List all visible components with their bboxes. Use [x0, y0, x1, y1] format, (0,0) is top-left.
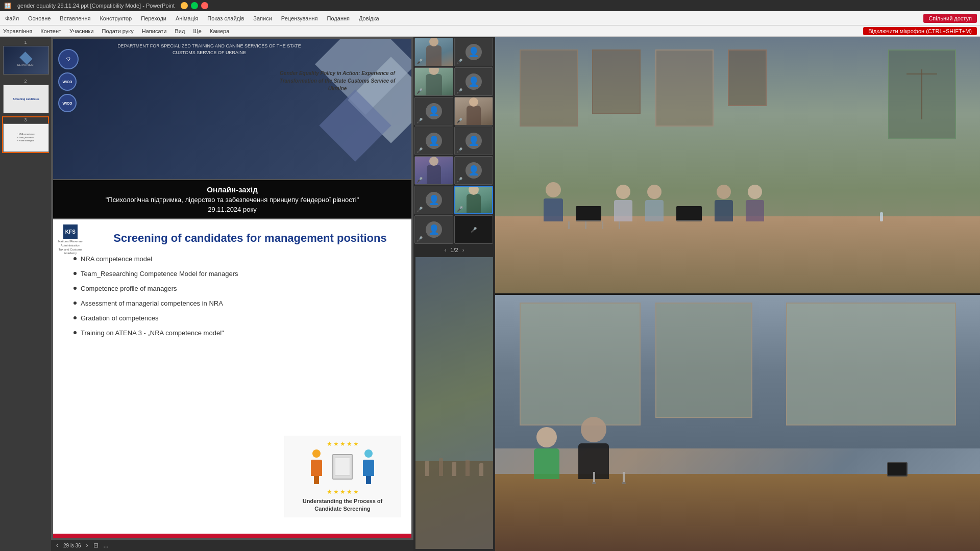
bullet-dot-3: [74, 287, 77, 290]
laptop-2: [676, 206, 702, 221]
menu-file[interactable]: Файл: [3, 14, 21, 22]
menu-view[interactable]: Подання: [325, 14, 352, 22]
maximize-button[interactable]: [191, 2, 198, 9]
participant-thumb-12-active[interactable]: 🎤: [454, 186, 493, 214]
avatar-7: 👤: [426, 133, 442, 149]
slide-thumb-3[interactable]: 3 • NRA competence• Team_Research• Profi…: [2, 116, 49, 153]
scene-bottom: [495, 295, 980, 552]
participant-thumb-7[interactable]: 👤 🎤: [414, 127, 453, 155]
menu-transitions[interactable]: Переходи: [139, 14, 168, 22]
avatar-2: 👤: [465, 44, 482, 60]
thumb-num-2: 2: [3, 79, 48, 84]
wall-frame-2: [592, 49, 641, 114]
customs-dept-title: DEPARTMENT FOR SPECIALIZED TRAINING AND …: [114, 43, 304, 56]
person-blue: [363, 449, 374, 484]
participant-thumb-3[interactable]: 🎤: [414, 67, 453, 96]
participant-row-7: 👤 🎤 🎤: [414, 215, 494, 244]
slide-main-content: 🛡 WICO WICO DEPARTMENT FOR SPECIALIZED T…: [51, 37, 413, 551]
participant-row-6: 👤 🎤 🎤: [414, 186, 494, 214]
next-slide-btn[interactable]: ›: [86, 542, 88, 549]
window-title: gender equality 29.11.24.ppt [Compatibil…: [17, 3, 175, 9]
menu-slideshow[interactable]: Показ слайдів: [205, 14, 246, 22]
participant-thumb-14[interactable]: 🎤: [454, 215, 493, 244]
participant-thumb-8[interactable]: 👤 🎤: [454, 127, 493, 155]
room-photo-bottom: [495, 295, 980, 552]
fit-btn[interactable]: ⊡: [93, 542, 99, 549]
meeting-ribbon: Управління Контент Учасники Подати руку …: [0, 26, 980, 37]
mic-icon-7: 🎤: [416, 147, 423, 153]
close-button[interactable]: [201, 2, 208, 9]
menu-record[interactable]: Записи: [251, 14, 274, 22]
bullet-5: Gradation of competences: [74, 314, 401, 322]
next-page-btn[interactable]: ›: [462, 247, 464, 253]
bullet-dot-6: [74, 331, 77, 334]
person-at-table-2: [614, 185, 632, 221]
participant-thumb-2[interactable]: 👤 🎤: [454, 38, 493, 66]
prev-page-btn[interactable]: ‹: [445, 247, 447, 253]
menu-design[interactable]: Конструктор: [97, 14, 134, 22]
participant-thumb-11[interactable]: 👤 🎤: [414, 186, 453, 214]
bullet-4: Assessment of managerial competences in …: [74, 299, 401, 307]
menu-osnov[interactable]: Основне: [26, 14, 53, 22]
slide-page-indicator: 29 із 36: [63, 543, 81, 548]
wall-frame-4: [728, 49, 767, 106]
mic-icon-10: 🎤: [456, 177, 462, 183]
event-type: Онлайн-захід: [61, 185, 403, 194]
ribbon-item-write[interactable]: Написати: [142, 28, 167, 34]
avatar-10: 👤: [465, 162, 482, 179]
participant-thumb-9[interactable]: 🎤: [414, 156, 453, 185]
system-title-bar: 🪟 gender equality 29.11.24.ppt [Compatib…: [0, 0, 980, 11]
slide-thumb-1[interactable]: 1 DEPARTMENT: [2, 39, 49, 76]
speaker-woman: [534, 427, 559, 479]
prev-slide-btn[interactable]: ‹: [56, 542, 58, 549]
participant-thumb-13[interactable]: 👤 🎤: [414, 215, 453, 244]
room-thumbnail-small[interactable]: [415, 257, 493, 549]
ribbon-item-view[interactable]: Вид: [175, 28, 185, 34]
map-frame-1: [520, 303, 641, 425]
bullet-dot-2: [74, 272, 77, 275]
participant-thumb-1[interactable]: 🎤: [414, 38, 453, 66]
avatar-13: 👤: [426, 221, 442, 238]
menu-help[interactable]: Довідка: [357, 14, 381, 22]
mic-muted-icon-1: 🎤: [416, 59, 423, 64]
slide-thumb-2[interactable]: 2 Screening candidates: [2, 78, 49, 114]
more-options-btn[interactable]: ...: [104, 542, 109, 549]
person-at-table-1: [544, 182, 563, 221]
mute-button[interactable]: Відключити мікрофон (CTRL+SHIFT+M): [863, 27, 977, 35]
water-bottle: [880, 212, 883, 221]
ribbon-item-mgmt[interactable]: Управління: [3, 28, 32, 34]
table-bottom: [495, 474, 980, 551]
menu-animation[interactable]: Анімація: [174, 14, 200, 22]
ribbon-item-raise[interactable]: Подати руку: [102, 28, 134, 34]
microphones: [568, 221, 620, 229]
person-orange: [311, 449, 322, 484]
participant-thumb-5[interactable]: 👤 🎤: [414, 97, 453, 126]
bullet-dot-5: [74, 316, 77, 319]
laptop-1: [576, 206, 601, 221]
event-title: "Психологічна підтримка, лідерство та за…: [61, 196, 403, 204]
participant-row-5: 🎤 👤 🎤: [414, 156, 494, 185]
wall-frame-3: [655, 49, 714, 127]
share-button[interactable]: Спільний доступ: [923, 14, 977, 23]
mic-icon-4: 🎤: [456, 88, 462, 94]
ribbon-item-more[interactable]: Ще: [193, 28, 201, 34]
minimize-button[interactable]: [181, 2, 188, 9]
menu-review[interactable]: Рецензування: [279, 14, 320, 22]
participant-thumb-6[interactable]: 🎤: [454, 97, 493, 126]
ribbon-item-camera[interactable]: Камера: [210, 28, 229, 34]
avatar-4: 👤: [465, 73, 482, 90]
mic-icon-8: 🎤: [456, 147, 462, 153]
mic-icon-11: 🎤: [416, 207, 423, 212]
person-man-dark: [578, 417, 609, 479]
thumb-num-3: 3: [3, 117, 48, 122]
menu-insert[interactable]: Вставлення: [58, 14, 92, 22]
mics-bottom: [592, 472, 626, 484]
participant-thumb-10[interactable]: 👤 🎤: [454, 156, 493, 185]
ppt-panels: 1 DEPARTMENT 2 Screening candidates: [0, 37, 413, 551]
avatar-5: 👤: [426, 103, 442, 119]
ribbon-item-participants[interactable]: Учасники: [69, 28, 94, 34]
slide-screening: KFS National Revenue Administration Tax …: [53, 219, 411, 538]
ribbon-item-content[interactable]: Контент: [40, 28, 61, 34]
slide-customs-header: 🛡 WICO WICO DEPARTMENT FOR SPECIALIZED T…: [53, 39, 411, 179]
participant-thumb-4[interactable]: 👤 🎤: [454, 67, 493, 96]
